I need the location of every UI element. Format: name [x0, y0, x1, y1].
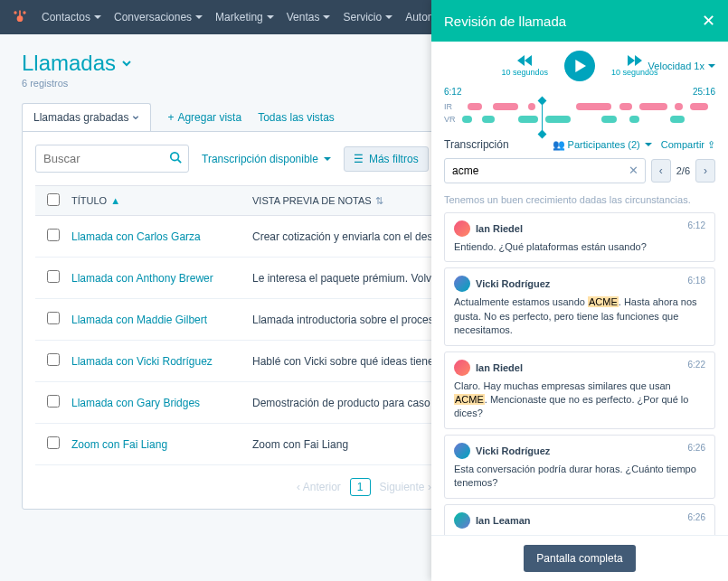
pagination-current[interactable]: 1 [350, 478, 371, 496]
call-title-link[interactable]: Llamada con Carlos Garza [71, 230, 201, 243]
call-title-link[interactable]: Llamada con Anthony Brewer [71, 272, 213, 285]
speaker-name: Vicki Rodríguez [476, 278, 550, 289]
chevron-down-icon [121, 58, 132, 69]
speaker-name: Ian Riedel [476, 223, 523, 234]
row-checkbox[interactable] [47, 395, 60, 408]
audio-player: 10 segundos 10 segundos Velocidad 1x 6:1… [431, 42, 728, 131]
time-total: 25:16 [693, 87, 715, 97]
call-title-link[interactable]: Zoom con Fai Liang [71, 438, 167, 451]
svg-point-4 [171, 153, 179, 161]
svg-point-1 [23, 11, 25, 14]
transcript-message[interactable]: Vicki Rodríguez6:18Actualmente estamos u… [444, 267, 715, 345]
nav-ventas[interactable]: Ventas [287, 11, 331, 23]
transcript-message[interactable]: Ian Riedel6:22Claro. Hay muchas empresas… [444, 351, 715, 429]
speaker-name: Vicki Rodríguez [476, 445, 550, 456]
col-title-label[interactable]: TÍTULO [71, 195, 107, 206]
call-title-link[interactable]: Llamada con Gary Bridges [71, 397, 200, 409]
more-filters-button[interactable]: ☰ Más filtros [344, 146, 429, 172]
drawer-title: Revisión de llamada [444, 14, 566, 29]
svg-rect-3 [19, 11, 21, 17]
message-body: Entiendo. ¿Qué plataformas están usando? [454, 240, 705, 254]
avatar [454, 512, 470, 529]
search-prev-button[interactable]: ‹ [651, 159, 671, 183]
clear-search-icon[interactable]: ✕ [629, 164, 638, 177]
play-button[interactable] [564, 51, 595, 81]
svg-line-5 [178, 160, 182, 164]
drawer-header: Revisión de llamada ✕ [431, 0, 728, 42]
time-current: 6:12 [444, 87, 461, 97]
call-review-drawer: Revisión de llamada ✕ 10 segundos 10 seg… [431, 0, 728, 581]
prev-label: Anterior [303, 481, 341, 493]
message-timestamp: 6:22 [688, 360, 705, 370]
transcript-message[interactable]: Vicki Rodríguez6:26Esta conversación pod… [444, 435, 715, 499]
notes-preview: Llamada introductoria sobre el proceso c… [252, 314, 454, 326]
sort-icon: ⇅ [375, 195, 383, 207]
avatar [454, 276, 470, 292]
nav-conversaciones[interactable]: Conversaciones [114, 11, 203, 23]
share-button[interactable]: Compartir ⇪ [661, 139, 715, 151]
row-checkbox[interactable] [47, 436, 60, 449]
transcript-search-input[interactable] [444, 158, 646, 183]
message-body: Esta conversación podría durar horas. ¿C… [454, 463, 705, 491]
speaker-name: Ian Leaman [476, 515, 531, 526]
row-checkbox[interactable] [47, 270, 60, 283]
all-views-link[interactable]: Todas las vistas [258, 111, 335, 124]
search-input[interactable] [35, 145, 189, 173]
select-all-checkbox[interactable] [47, 193, 60, 206]
transcript-message[interactable]: Ian Leaman6:26Jajaja, tenemos todo el ti… [444, 504, 715, 535]
transcript-header: Transcripción 👥 Participantes (2) Compar… [431, 131, 728, 158]
rewind-button[interactable]: 10 segundos [501, 55, 548, 77]
speaker-a-track [462, 103, 715, 110]
nav-servicio[interactable]: Servicio [343, 11, 392, 23]
transcript-list: Tenemos un buen crecimiento dadas las ci… [431, 191, 728, 535]
message-timestamp: 6:18 [688, 276, 705, 286]
avatar [454, 443, 470, 459]
next-label: Siguiente [380, 481, 425, 493]
plus-icon: + [167, 111, 174, 124]
message-timestamp: 6:12 [688, 220, 705, 230]
pagination-next[interactable]: Siguiente › [380, 481, 431, 493]
participants-label: Participantes (2) [568, 139, 640, 150]
fullscreen-button[interactable]: Pantalla completa [524, 545, 635, 572]
row-checkbox[interactable] [47, 312, 60, 324]
svg-point-2 [17, 15, 24, 22]
people-icon: 👥 [553, 139, 565, 151]
search-next-button[interactable]: › [695, 159, 715, 183]
pagination-prev[interactable]: ‹ Anterior [297, 481, 341, 493]
more-filters-label: Más filtros [369, 153, 419, 165]
call-title-link[interactable]: Llamada con Maddie Gilbert [71, 314, 207, 326]
notes-preview: Demostración de producto para caso de éx [252, 397, 459, 409]
tab-recorded-calls[interactable]: Llamadas grabadas [22, 103, 151, 131]
row-checkbox[interactable] [47, 353, 60, 366]
filter-transcript-available[interactable]: Transcripción disponible [202, 153, 331, 165]
avatar [454, 220, 470, 237]
nav-marketing[interactable]: Marketing [215, 11, 274, 23]
share-label: Compartir [661, 139, 704, 150]
speaker-a-label: IR [444, 102, 457, 111]
filter-icon: ☰ [354, 153, 364, 165]
waveform[interactable]: IR VR [444, 102, 715, 124]
transcript-context-line: Tenemos un buen crecimiento dadas las ci… [444, 191, 715, 212]
nav-contactos[interactable]: Contactos [42, 11, 101, 23]
avatar [454, 360, 470, 376]
playback-speed[interactable]: Velocidad 1x [648, 61, 715, 71]
transcript-label: Transcripción [444, 138, 509, 151]
rewind-label: 10 segundos [501, 68, 548, 77]
add-view-label: Agregar vista [177, 111, 241, 124]
close-icon[interactable]: ✕ [702, 11, 715, 31]
transcript-search-row: ✕ ‹ 2/6 › [431, 158, 728, 191]
notes-preview: Zoom con Fai Liang [252, 438, 348, 451]
playhead[interactable] [542, 100, 543, 135]
transcript-message[interactable]: Ian Riedel6:12Entiendo. ¿Qué plataformas… [444, 212, 715, 262]
speaker-b-label: VR [444, 115, 457, 124]
message-body: Claro. Hay muchas empresas similares que… [454, 380, 705, 421]
participants-dropdown[interactable]: 👥 Participantes (2) [553, 139, 652, 151]
col-notes-label[interactable]: VISTA PREVIA DE NOTAS [252, 195, 372, 206]
row-checkbox[interactable] [47, 229, 60, 241]
add-view-button[interactable]: + Agregar vista [167, 111, 241, 124]
svg-point-0 [14, 11, 16, 14]
call-title-link[interactable]: Llamada con Vicki Rodríguez [71, 355, 213, 368]
search-position: 2/6 [675, 165, 692, 176]
sort-up-icon: ▲ [110, 195, 120, 206]
chevron-down-icon [132, 114, 139, 121]
